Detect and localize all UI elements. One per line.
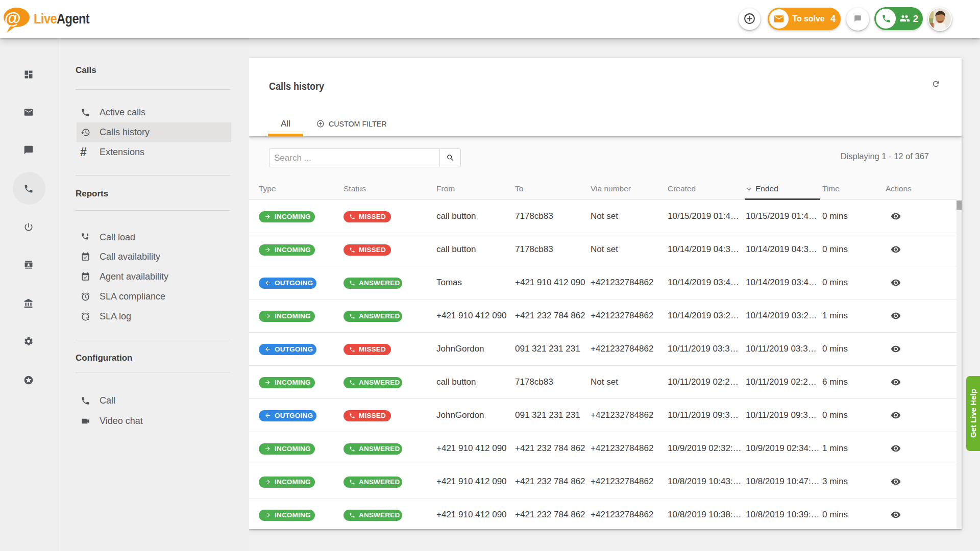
svg-text:@: @ [5, 9, 21, 28]
